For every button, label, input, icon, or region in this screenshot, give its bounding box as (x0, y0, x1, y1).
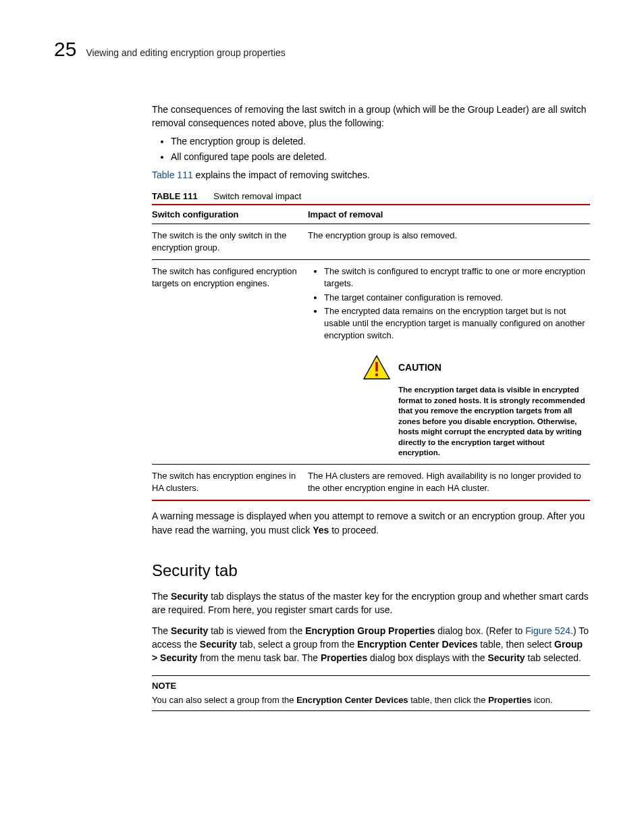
row2-impact: The switch is configured to encrypt traf… (308, 260, 590, 465)
caution-icon (362, 354, 392, 381)
p2-s1-pre: The (152, 625, 171, 636)
p2-s2-b2: Encryption Center Devices (357, 639, 477, 650)
table-caption-title: Switch removal impact (213, 191, 301, 201)
content-area: The consequences of removing the last sw… (152, 103, 590, 711)
p1-post: tab displays the status of the master ke… (152, 591, 589, 615)
figure-link[interactable]: Figure 524 (525, 625, 570, 636)
intro-bullet-list: The encryption group is deleted. All con… (152, 134, 590, 164)
row2-bullet-2: The target container configuration is re… (324, 292, 586, 304)
chapter-title: Viewing and editing encryption group pro… (86, 47, 286, 58)
note-pre: You can also select a group from the (152, 695, 296, 705)
security-paragraph-1: The Security tab displays the status of … (152, 590, 590, 617)
caution-block: CAUTION The encryption target data is vi… (362, 354, 586, 459)
intro-bullet-2: All configured tape pools are deleted. (171, 150, 590, 164)
row1-config: The switch is the only switch in the enc… (152, 224, 308, 259)
table-row: The switch has configured encryption tar… (152, 260, 590, 465)
table-header-config: Switch configuration (152, 205, 308, 224)
table-header-impact: Impact of removal (308, 205, 590, 224)
note-mid: table, then click the (408, 695, 489, 705)
row3-config: The switch has encryption engines in HA … (152, 465, 308, 501)
table-ref-rest: explains the impact of removing switches… (193, 170, 370, 180)
note-block: NOTE You can also select a group from th… (152, 675, 590, 710)
page-header: 25 Viewing and editing encryption group … (54, 39, 590, 59)
p2-s3-end: tab selected. (525, 652, 581, 663)
p2-s1-b2: Encryption Group Properties (305, 625, 435, 636)
table-caption-label: TABLE 111 (152, 191, 198, 201)
p2-s2-mid: tab, select a group from the (237, 639, 357, 650)
p1-b1: Security (171, 591, 208, 602)
note-b2: Properties (488, 695, 531, 705)
table-row: The switch has encryption engines in HA … (152, 465, 590, 501)
p2-s3-b3: Security (487, 652, 525, 663)
p2-s3-b2: Properties (321, 652, 367, 663)
caution-text: The encryption target data is visible in… (398, 385, 586, 459)
row1-impact: The encryption group is also removed. (308, 224, 590, 259)
row3-impact: The HA clusters are removed. High availa… (308, 465, 590, 501)
security-paragraph-2: The Security tab is viewed from the Encr… (152, 624, 590, 665)
note-post: icon. (531, 695, 552, 705)
caution-header: CAUTION (362, 354, 586, 381)
security-heading: Security tab (152, 561, 590, 580)
after-table-bold: Yes (313, 525, 329, 536)
svg-rect-1 (375, 362, 377, 371)
switch-removal-table: Switch configuration Impact of removal T… (152, 204, 590, 501)
after-table-paragraph: A warning message is displayed when you … (152, 509, 590, 537)
table-reference: Table 111 explains the impact of removin… (152, 168, 590, 182)
page: 25 Viewing and editing encryption group … (0, 0, 644, 834)
row2-bullet-1: The switch is configured to encrypt traf… (324, 265, 586, 290)
row2-bullet-3: The encrypted data remains on the encryp… (324, 305, 586, 342)
note-text: You can also select a group from the Enc… (152, 694, 590, 706)
after-table-post: to proceed. (329, 525, 379, 536)
caution-title: CAUTION (398, 361, 441, 375)
svg-point-2 (375, 373, 378, 376)
p2-s3-mid: from the menu task bar. The (197, 652, 321, 663)
table-row: The switch is the only switch in the enc… (152, 224, 590, 259)
table-caption: TABLE 111 Switch removal impact (152, 191, 590, 201)
p2-s2-post: table, then select (477, 639, 554, 650)
p2-s2-b: Security (200, 639, 237, 650)
intro-paragraph: The consequences of removing the last sw… (152, 103, 590, 130)
table-ref-link[interactable]: Table 111 (152, 170, 193, 180)
chapter-number: 25 (54, 39, 76, 59)
p1-pre: The (152, 591, 171, 602)
p2-s1-b: Security (171, 625, 208, 636)
intro-bullet-1: The encryption group is deleted. (171, 134, 590, 149)
p2-s3-mid2: dialog box displays with the (367, 652, 487, 663)
table-header-row: Switch configuration Impact of removal (152, 205, 590, 224)
row2-config: The switch has configured encryption tar… (152, 260, 308, 465)
note-b1: Encryption Center Devices (296, 695, 408, 705)
p2-s1-post: dialog box. (Refer to (435, 625, 525, 636)
note-label: NOTE (152, 680, 590, 692)
p2-s1-mid: tab is viewed from the (208, 625, 305, 636)
row2-bullet-list: The switch is configured to encrypt traf… (308, 265, 586, 342)
